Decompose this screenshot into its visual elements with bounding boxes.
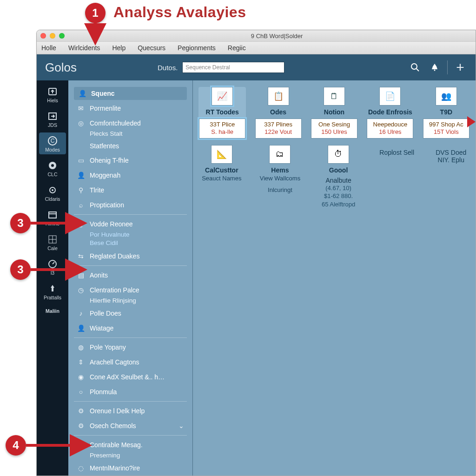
sp-preserning[interactable]: Preserning <box>74 451 187 460</box>
sp-pole-yopany[interactable]: ◍Pole Yopany <box>74 341 187 354</box>
menu-quecsurs[interactable]: Quecsurs <box>138 44 165 52</box>
export-icon <box>46 111 59 122</box>
sp-plonmula[interactable]: ○Plonmula <box>74 385 187 398</box>
svg-point-6 <box>434 70 436 71</box>
disc-icon <box>46 160 59 171</box>
rail-cldaris[interactable]: Cldaris <box>39 182 66 204</box>
tool-calcusttor[interactable]: 📐 CalCusttor Seauct Names <box>198 145 245 209</box>
sp-statfentes[interactable]: Statfentes <box>74 140 187 152</box>
sp-mentnlmarino[interactable]: ◌MentnlMarino?ire <box>74 462 187 475</box>
sp-cone-adx[interactable]: ◉Cone AdX Seulbet &.. h… <box>74 370 187 383</box>
svg-rect-15 <box>49 212 56 218</box>
rail-hiels[interactable]: Hiels <box>39 83 66 105</box>
add-button[interactable]: + <box>453 60 467 75</box>
callout-3a: 3 <box>10 213 31 233</box>
card-t9d[interactable]: 👥 T9D 997 Shop Ac15T Viols <box>423 87 470 139</box>
rail-modes[interactable]: CModes <box>39 132 66 154</box>
person-icon: 👤 <box>77 324 85 332</box>
card-dode-enfrosis[interactable]: 📄 Dode Enfrosis Neepedouce16 Ulres <box>366 87 414 139</box>
menu-pegionments[interactable]: Pegionments <box>178 44 216 52</box>
traffic-lights[interactable] <box>40 33 65 39</box>
sp-ohenig[interactable]: ▭Ohenig T-fhle <box>74 154 187 167</box>
clock-icon: ◷ <box>77 286 85 294</box>
sidepanel-header[interactable]: 👤 Squenc <box>74 87 187 100</box>
minimize-icon[interactable] <box>50 33 55 39</box>
link-dvs-doed[interactable]: DVS Doed <box>432 149 470 156</box>
menu-bar: Holle Wirlcidents Help Quecsurs Pegionme… <box>37 41 476 54</box>
rail-clc[interactable]: CLC <box>39 157 66 179</box>
dutos-label: Dutos. <box>158 64 178 72</box>
grid-icon <box>46 234 59 245</box>
pin-icon: ⚲ <box>77 186 85 194</box>
person-icon: 👤 <box>79 90 86 97</box>
main-content: 📈 RT Toodes 33T PliceS. ha-lle 📋 Odes 33… <box>193 80 476 476</box>
sp-moggenah[interactable]: 👤Moggenah <box>74 169 187 182</box>
maximize-icon[interactable] <box>59 33 65 39</box>
folder-icon: ▭ <box>77 156 85 165</box>
sp-contirable[interactable]: ◧Contirable Mesag. <box>74 438 187 451</box>
rail-cale[interactable]: Cale <box>39 231 66 253</box>
tool-goool[interactable]: ⏱ Goool Analbute (4.67, 10) $1-62 880. 6… <box>315 145 362 209</box>
callout-1: 1 <box>85 3 106 23</box>
menu-wirlcidents[interactable]: Wirlcidents <box>68 44 100 52</box>
sp-por-huvalnute[interactable]: Por Huvalnute <box>74 231 187 239</box>
svg-point-14 <box>52 189 53 191</box>
sp-wiatage[interactable]: 👤Wiatage <box>74 322 187 335</box>
card-rt-toodes[interactable]: 📈 RT Toodes 33T PliceS. ha-lle <box>198 87 246 139</box>
sp-plecks-stalt[interactable]: Plecks Stalt <box>74 130 187 138</box>
sp-proptication[interactable]: ⌕Proptication <box>74 198 187 212</box>
person-icon: 👤 <box>77 171 85 179</box>
tool-hems[interactable]: 🗂 Hems View Wallcoms Inlcuringt <box>257 145 304 209</box>
sp-clentration[interactable]: ◷Clentration Palce <box>74 284 187 297</box>
checklist-icon: 📋 <box>268 87 289 106</box>
svg-text:C: C <box>51 138 55 144</box>
link-icon: ⇆ <box>77 252 85 260</box>
sp-hlierflie[interactable]: Hlierflie Rlinjsing <box>74 297 187 305</box>
bell-icon[interactable] <box>428 63 442 72</box>
rail-jds[interactable]: JDS <box>39 108 66 130</box>
sp-comfontchuleded[interactable]: ◎Comfontchuleded <box>74 117 187 130</box>
search-input[interactable]: Sequence Destral <box>182 62 284 73</box>
note-icon: ♪ <box>77 309 85 317</box>
card-notion[interactable]: 🗒 Notion One Sesing150 Ulres <box>311 87 358 139</box>
rail-prattalls[interactable]: Prattalls <box>39 280 66 302</box>
bulb-icon: ◉ <box>77 373 85 381</box>
sp-tlrite[interactable]: ⚲Tlrite <box>74 184 187 197</box>
people-icon: 👥 <box>436 87 457 106</box>
gear-icon: ⚙ <box>77 422 85 430</box>
ruler-icon: 📐 <box>211 145 232 164</box>
search-icon[interactable] <box>408 63 422 72</box>
app-toolbar: Golos Dutos. Sequence Destral + <box>37 54 476 80</box>
ring-icon: ○ <box>77 388 85 396</box>
sp-osech-chemols[interactable]: ⚙Osech Chemols ⌄ <box>74 419 187 432</box>
link-niy-eplu[interactable]: NIY. Eplu <box>432 156 470 164</box>
sp-reglated[interactable]: ⇆Reglated Duakes <box>74 250 187 263</box>
menu-holle[interactable]: Holle <box>41 44 56 52</box>
card-odes[interactable]: 📋 Odes 337 Plines122e Vout <box>254 87 302 139</box>
sticky-icon: 🗒 <box>324 87 345 106</box>
menu-regiic[interactable]: Regiic <box>228 44 246 52</box>
window-title: 9 ChB Word|Solder <box>251 33 303 40</box>
circle-c-icon: C <box>46 135 59 146</box>
sp-pormenlite[interactable]: ✉Pormenlite <box>74 102 187 115</box>
sp-vodde-reonee[interactable]: ▯Vodde Reonee <box>74 218 187 231</box>
close-icon[interactable] <box>40 33 46 39</box>
rail-maliin[interactable]: Maliin <box>39 305 66 316</box>
upload-icon <box>46 86 59 97</box>
gear-icon: ⚙ <box>77 407 85 415</box>
sp-polle-does[interactable]: ♪Polle Does <box>74 307 187 320</box>
link-roplost[interactable]: Roplost Sell <box>374 149 420 156</box>
window-titlebar: 9 ChB Word|Solder <box>37 30 476 41</box>
sp-orenue-help[interactable]: ⚙Orenue l Delk Help <box>74 404 187 417</box>
sp-arachell[interactable]: ⇕Arachell Cagtons <box>74 356 187 369</box>
sp-aonits[interactable]: ▤Aonits <box>74 269 187 282</box>
sp-bese-cidil[interactable]: Bese Cidil <box>74 239 187 247</box>
updown-icon: ⇕ <box>77 358 85 366</box>
menu-help[interactable]: Help <box>112 44 126 52</box>
list-icon: 🗂 <box>269 145 291 164</box>
mail-icon: ✉ <box>77 104 85 112</box>
annotation-title: Analyss Avalayies <box>113 4 246 21</box>
svg-line-5 <box>416 69 419 71</box>
toolbar-divider <box>447 60 448 74</box>
gear-icon <box>46 185 59 196</box>
